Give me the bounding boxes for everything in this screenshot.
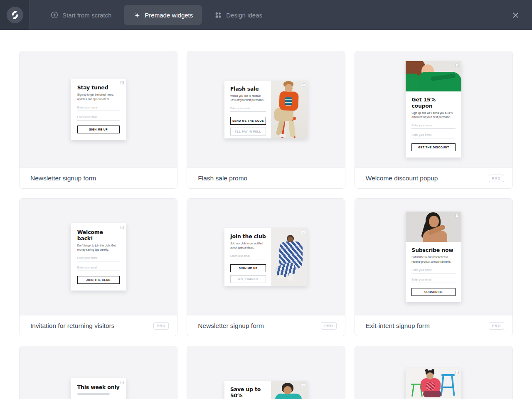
template-card-newsletter-signup-pro[interactable]: Join the club Join our club to get notif… [187, 198, 345, 336]
popup-body-placeholder [77, 393, 110, 395]
card-title: Invitation for returning visitors [30, 322, 153, 330]
popup-photo-man-striped-suit [271, 228, 308, 286]
email-field-placeholder: Enter your email [230, 107, 266, 112]
popup-body: Would you like to receive 15% off your f… [230, 94, 266, 102]
figure-shape [406, 74, 420, 91]
popup-body: Sign up and we'll send you a 15% discoun… [411, 111, 456, 119]
popup-heading: Flash sale [230, 86, 266, 92]
pro-badge: PRO [153, 322, 169, 330]
template-card-flash-sale[interactable]: Flash sale Would you like to receive 15%… [187, 51, 345, 189]
popup-heading: This week only [77, 384, 120, 390]
pro-badge: PRO [321, 322, 336, 330]
figure-shape [426, 382, 435, 390]
popup-primary-button: JOIN THE CLUB [77, 276, 120, 284]
popup-mockup: ✕ Welcome back! Don't forget to join the… [71, 223, 126, 291]
popup-primary-button: SIGN ME UP [230, 264, 266, 272]
figure-shape [288, 273, 293, 281]
popup-close-icon: ✕ [456, 371, 459, 374]
card-preview: ✕ Welcome back! Don't forget to join the… [20, 199, 177, 315]
template-card-welcome-discount[interactable]: ✕ Get 15% coupon Sign up and we'll send … [355, 51, 513, 189]
popup-heading: Subscribe now [411, 247, 456, 253]
popup-heading: Save up to 50% [230, 386, 266, 399]
figure-shape [288, 120, 296, 137]
popup-close-icon: ✕ [456, 214, 459, 217]
popup-content: Flash sale Would you like to receive 15%… [224, 81, 271, 138]
top-bar: Start from scratch Premade widgets Des [0, 0, 532, 30]
popup-heading: Get 15% coupon [411, 96, 456, 109]
template-card-this-week-only[interactable]: ✕ This week only [19, 346, 177, 399]
popup-secondary-button: I'LL PAY IN FULL [230, 128, 266, 135]
popup-close-icon: ✕ [302, 231, 305, 234]
tab-label: Premade widgets [145, 12, 193, 19]
popup-content: Join the club Join our club to get notif… [224, 228, 271, 286]
stool-shape [441, 374, 455, 376]
name-field-placeholder: Enter your name [411, 124, 456, 129]
popup-photo-man-orange-jacket [271, 81, 308, 138]
card-preview: Save up to 50% Last chance to save up to… [187, 346, 345, 399]
figure-shape [277, 275, 284, 279]
card-preview: ✕ This week only [20, 346, 177, 399]
card-title: Flash sale promo [198, 175, 336, 182]
card-preview: ✕ Stay tuned Sign up to get the latest n… [20, 51, 177, 167]
popup-heading: Welcome back! [77, 229, 120, 241]
card-preview: Join the club Join our club to get notif… [187, 199, 345, 315]
template-card-exit-intent[interactable]: ✕ Subscribe now Subscribe to our newslet… [355, 198, 513, 336]
email-field-placeholder: Enter your email [411, 133, 456, 138]
tab-start-from-scratch[interactable]: Start from scratch [42, 5, 121, 25]
tab-label: Start from scratch [62, 12, 111, 19]
popup-mockup: ✕ Get 15% coupon Sign up and we'll send … [406, 61, 461, 158]
popup-close-icon: ✕ [456, 64, 459, 67]
template-card-returning-visitors[interactable]: ✕ Welcome back! Don't forget to join the… [19, 198, 177, 336]
card-footer: Invitation for returning visitors PRO [20, 315, 177, 336]
popup-close-icon: ✕ [121, 226, 124, 229]
popup-primary-button: SIGN ME UP [77, 126, 120, 133]
card-title: Newsletter signup form [30, 175, 169, 182]
card-preview: ✕ [355, 346, 512, 399]
popup-mockup: ✕ [406, 368, 461, 399]
popup-primary-button: SUBSCRIBE [411, 288, 456, 296]
tab-design-ideas[interactable]: Design ideas [205, 5, 271, 25]
template-card-save-up-to-50[interactable]: Save up to 50% Last chance to save up to… [187, 346, 345, 399]
card-footer: Flash sale promo [187, 167, 345, 188]
template-card-newsletter-signup[interactable]: ✕ Stay tuned Sign up to get the latest n… [19, 51, 177, 189]
card-preview: ✕ Get 15% coupon Sign up and we'll send … [355, 51, 512, 167]
popup-body: Don't forget to join the club. Get money… [77, 244, 120, 252]
card-preview: ✕ Subscribe now Subscribe to our newslet… [355, 199, 512, 315]
card-title: Newsletter signup form [198, 322, 321, 330]
shapes-grid-icon [214, 11, 222, 19]
figure-shape [275, 394, 302, 399]
plus-circle-icon [51, 11, 58, 19]
popup-heading: Join the club [230, 233, 266, 239]
figure-shape [423, 391, 441, 397]
logo-container [0, 0, 30, 30]
card-title: Exit-intent signup form [366, 322, 489, 330]
tab-label: Design ideas [226, 12, 262, 19]
popup-body: Join our club to get notified about spec… [230, 241, 266, 250]
figure-shape [288, 236, 293, 242]
figure-shape [285, 97, 292, 106]
popup-close-icon: ✕ [121, 81, 124, 84]
stool-shape [451, 376, 455, 396]
template-card-photo-stools[interactable]: ✕ [355, 346, 513, 399]
popup-mockup: ✕ Subscribe now Subscribe to our newslet… [406, 212, 461, 302]
email-field-placeholder: Enter your email [77, 266, 120, 271]
getsitecontrol-logo[interactable] [7, 7, 23, 23]
popup-heading: Stay tuned [77, 84, 120, 91]
popup-content: Subscribe now Subscribe to our newslette… [406, 242, 461, 302]
popup-mockup: Join the club Join our club to get notif… [224, 228, 308, 286]
popup-photo-woman-green-puffer [406, 61, 461, 91]
tab-premade-widgets[interactable]: Premade widgets [124, 5, 202, 25]
template-tabs: Start from scratch Premade widgets Des [42, 5, 271, 25]
card-footer: Exit-intent signup form PRO [355, 315, 512, 336]
popup-mockup: Save up to 50% Last chance to save up to… [224, 381, 308, 399]
close-icon[interactable] [506, 0, 525, 30]
popup-body: Subscribe to our newsletter to receive p… [411, 255, 456, 264]
name-field-placeholder: Enter your name [77, 256, 120, 261]
email-field-placeholder: Enter your email [411, 278, 456, 283]
pro-badge: PRO [489, 322, 504, 330]
popup-content: Get 15% coupon Sign up and we'll send yo… [406, 91, 461, 158]
popup-close-icon: ✕ [121, 381, 124, 384]
popup-body: Sign up to get the latest news, updates … [77, 93, 120, 101]
popup-secondary-button: NO, THANKS [230, 275, 266, 283]
sparkle-icon [133, 11, 140, 19]
